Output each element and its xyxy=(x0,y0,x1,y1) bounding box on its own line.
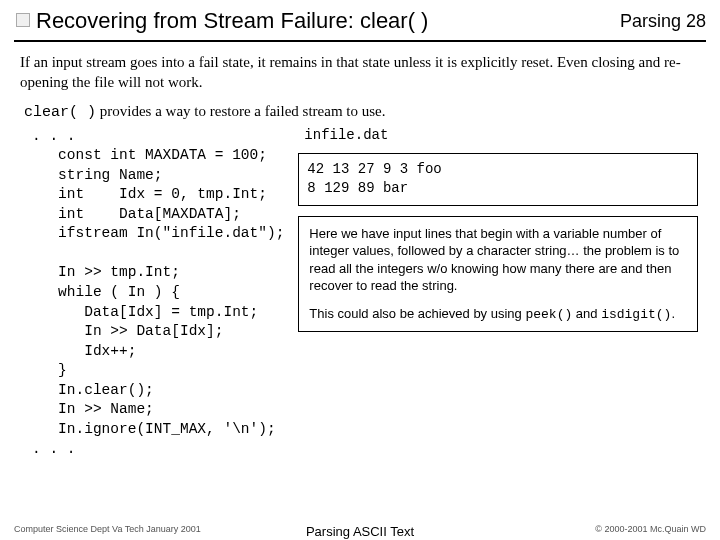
intro-text: If an input stream goes into a fail stat… xyxy=(14,50,706,103)
content-row: . . . const int MAXDATA = 100; string Na… xyxy=(14,127,706,460)
file-name: infile.dat xyxy=(298,127,698,143)
footer-left: Computer Science Dept Va Tech January 20… xyxy=(14,524,201,534)
file-contents: 42 13 27 9 3 foo 8 129 89 bar xyxy=(298,153,698,206)
note-p2c: and xyxy=(572,306,601,321)
page-marker: Parsing 28 xyxy=(620,11,706,32)
note-p2e: . xyxy=(671,306,675,321)
slide: Recovering from Stream Failure: clear( )… xyxy=(0,0,720,540)
title-bullet-icon xyxy=(16,13,30,27)
lead-code: clear( ) xyxy=(24,104,96,121)
note-p2a: This could also be achieved by using xyxy=(309,306,525,321)
note-isdigit: isdigit() xyxy=(601,307,671,322)
code-block: . . . const int MAXDATA = 100; string Na… xyxy=(32,127,284,460)
footer-right: © 2000-2001 Mc.Quain WD xyxy=(595,524,706,534)
section-label: Parsing xyxy=(620,11,681,31)
header: Recovering from Stream Failure: clear( )… xyxy=(14,8,706,38)
title-wrap: Recovering from Stream Failure: clear( ) xyxy=(16,8,428,34)
note-p1: Here we have input lines that begin with… xyxy=(309,226,679,294)
right-column: infile.dat 42 13 27 9 3 foo 8 129 89 bar… xyxy=(298,127,700,460)
footer: Computer Science Dept Va Tech January 20… xyxy=(0,524,720,534)
divider xyxy=(14,40,706,42)
lead-text: clear( ) provides a way to restore a fai… xyxy=(14,103,706,127)
note-peek: peek() xyxy=(525,307,572,322)
page-number: 28 xyxy=(686,11,706,31)
lead-rest: provides a way to restore a failed strea… xyxy=(96,103,385,119)
footer-center: Parsing ASCII Text xyxy=(306,524,414,539)
slide-title: Recovering from Stream Failure: clear( ) xyxy=(36,8,428,34)
note-box: Here we have input lines that begin with… xyxy=(298,216,698,333)
